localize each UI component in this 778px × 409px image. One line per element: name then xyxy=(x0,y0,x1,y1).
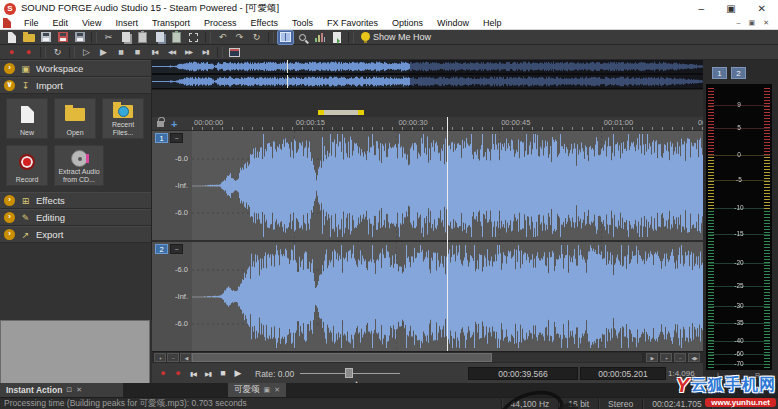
tab-document[interactable]: 可愛颂 ▣ ✕ xyxy=(228,383,286,397)
record-button[interactable]: ● xyxy=(4,46,19,59)
docked-windows-button[interactable] xyxy=(278,31,293,44)
selection-time-display[interactable]: 00:00:05.201 xyxy=(580,367,666,380)
save-as-button[interactable] xyxy=(55,31,70,44)
close-icon[interactable]: ✕ xyxy=(76,386,82,394)
zoom-selection-button[interactable]: ◀▶ xyxy=(688,353,700,362)
record-arm-button[interactable]: ● xyxy=(171,366,185,380)
snap-cross-icon[interactable]: + xyxy=(171,118,177,130)
menu-item-options[interactable]: Options xyxy=(385,17,430,29)
go-to-start-button[interactable]: ▮◀ xyxy=(147,46,162,59)
recent-files-tile[interactable]: Recent Files... xyxy=(102,98,144,139)
zoom-tool-button[interactable] xyxy=(295,31,310,44)
pin-icon[interactable]: ⊡ xyxy=(66,386,72,394)
save-all-button[interactable] xyxy=(72,31,87,44)
record-tile[interactable]: Record xyxy=(6,145,48,186)
lock-icon[interactable] xyxy=(157,121,164,127)
menu-item-process[interactable]: Process xyxy=(197,17,244,29)
minimize-button[interactable]: – xyxy=(699,1,705,16)
time-ruler[interactable]: + 00:00:0000:00:1500:00:3000:00:4500:01:… xyxy=(152,117,703,131)
close-icon[interactable]: ✕ xyxy=(274,386,280,394)
save-button[interactable] xyxy=(38,31,53,44)
redo-button[interactable]: ↷ xyxy=(232,31,247,44)
menu-item-tools[interactable]: Tools xyxy=(285,17,320,29)
restore-button[interactable]: ▣ xyxy=(726,1,735,16)
channel-mode[interactable]: Stereo xyxy=(598,399,642,409)
close-button[interactable]: ✕ xyxy=(758,1,766,16)
sidebar-section-editing[interactable]: ›✎Editing xyxy=(0,209,151,226)
doc-restore-button[interactable]: ▣ xyxy=(749,19,756,27)
menu-item-transport[interactable]: Transport xyxy=(145,17,197,29)
menu-item-effects[interactable]: Effects xyxy=(244,17,285,29)
doc-close-button[interactable]: ✕ xyxy=(763,19,769,27)
fast-forward-button[interactable]: ▶▶ xyxy=(181,46,196,59)
zoom-in-button[interactable]: + xyxy=(660,353,672,362)
menu-item-help[interactable]: Help xyxy=(476,17,509,29)
doc-minimize-button[interactable]: – xyxy=(737,19,741,27)
scroll-right-button[interactable]: ▶ xyxy=(646,353,658,362)
menu-item-window[interactable]: Window xyxy=(430,17,476,29)
open-button[interactable] xyxy=(21,31,36,44)
menu-item-view[interactable]: View xyxy=(75,17,108,29)
channel-1-minimize-button[interactable]: − xyxy=(170,133,183,143)
copy-button[interactable] xyxy=(118,31,133,44)
cut-button[interactable]: ✂ xyxy=(101,31,116,44)
loop-playback-button[interactable]: ↻ xyxy=(50,46,65,59)
open-tile[interactable]: Open xyxy=(54,98,96,139)
extract-audio-tile[interactable]: Extract Audio from CD... xyxy=(54,145,104,186)
paste-button[interactable] xyxy=(135,31,150,44)
chevron-right-icon[interactable]: › xyxy=(4,195,15,206)
time-zoom-in-button[interactable]: + xyxy=(154,353,166,362)
zoom-ratio-display[interactable]: 1:4,096 xyxy=(668,369,695,378)
bit-depth[interactable]: 16 bit xyxy=(558,399,598,409)
new-file-button[interactable] xyxy=(4,31,19,44)
loop-region-handle[interactable] xyxy=(318,110,364,115)
scroll-left-button[interactable]: ◀ xyxy=(180,353,192,362)
pause-button[interactable]: ▮▮ xyxy=(113,46,128,59)
stop-button[interactable]: ■ xyxy=(130,46,145,59)
overview-waveform[interactable] xyxy=(152,60,703,89)
meter-channel-2-button[interactable]: 2 xyxy=(731,67,746,79)
go-to-end-button[interactable]: ▶▮ xyxy=(201,366,215,380)
mix-button[interactable] xyxy=(152,31,167,44)
restore-icon[interactable]: ▣ xyxy=(264,386,271,394)
sidebar-section-import[interactable]: ∨↧Import xyxy=(0,77,151,94)
stop-button[interactable]: ■ xyxy=(216,366,230,380)
zoom-out-button[interactable]: − xyxy=(674,353,686,362)
record-remote-button[interactable]: ● xyxy=(21,46,36,59)
editor-tool-button[interactable] xyxy=(227,46,242,59)
play-all-button[interactable]: ▷ xyxy=(79,46,94,59)
undo-button[interactable]: ↶ xyxy=(215,31,230,44)
paste-special-button[interactable] xyxy=(169,31,184,44)
statistics-button[interactable] xyxy=(312,31,327,44)
chevron-right-icon[interactable]: › xyxy=(4,63,15,74)
tab-instant-action[interactable]: Instant Action ⊡ ✕ xyxy=(0,383,123,397)
menu-item-edit[interactable]: Edit xyxy=(46,17,76,29)
rewind-button[interactable]: ◀◀ xyxy=(164,46,179,59)
menu-item-fx-favorites[interactable]: FX Favorites xyxy=(320,17,385,29)
channel-2-badge[interactable]: 2 xyxy=(155,244,168,254)
play-button[interactable]: ▶ xyxy=(231,366,245,380)
channel-2-minimize-button[interactable]: − xyxy=(170,244,183,254)
sidebar-section-effects[interactable]: ›⊞Effects xyxy=(0,192,151,209)
new-tile[interactable]: New xyxy=(6,98,48,139)
rate-slider-thumb[interactable] xyxy=(345,368,353,378)
script-button[interactable] xyxy=(329,31,344,44)
time-zoom-out-button[interactable]: − xyxy=(167,353,179,362)
chevron-down-icon[interactable]: ∨ xyxy=(4,80,15,91)
playback-cursor[interactable] xyxy=(447,117,448,351)
play-button[interactable]: ▶ xyxy=(96,46,111,59)
scrollbar-track[interactable] xyxy=(192,353,642,362)
cursor-time-display[interactable]: 00:00:39.566 xyxy=(468,367,578,380)
go-to-end-button[interactable]: ▶▮ xyxy=(198,46,213,59)
channel-1-badge[interactable]: 1 xyxy=(155,133,168,143)
trim-crop-button[interactable] xyxy=(186,31,201,44)
menu-item-insert[interactable]: Insert xyxy=(108,17,145,29)
sidebar-section-workspace[interactable]: ›▣Workspace xyxy=(0,60,151,77)
scrollbar-thumb[interactable] xyxy=(192,353,492,362)
show-me-how-button[interactable]: Show Me How xyxy=(358,31,434,44)
sample-rate[interactable]: 44,100 Hz xyxy=(501,399,559,409)
sidebar-section-export[interactable]: ›↗Export xyxy=(0,226,151,243)
repeat-button[interactable]: ↻ xyxy=(249,31,264,44)
record-button[interactable]: ● xyxy=(156,366,170,380)
chevron-right-icon[interactable]: › xyxy=(4,212,15,223)
